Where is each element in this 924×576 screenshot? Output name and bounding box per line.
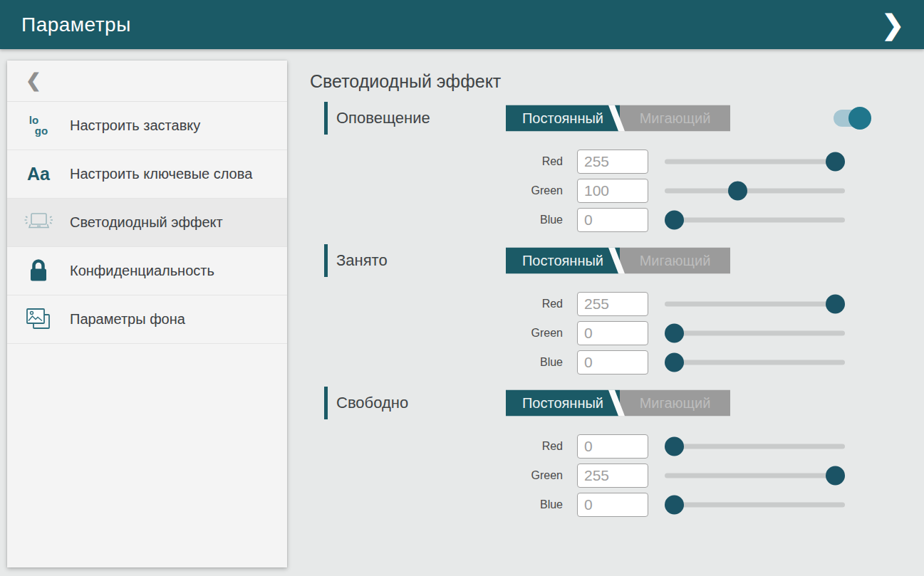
sidebar-item-label: Конфиденциальность [70,261,214,280]
tab-constant[interactable]: Постоянный [506,390,620,417]
channel-label: Red [310,155,563,168]
green-value-input[interactable] [577,464,648,488]
logo-icon: lo go [7,115,70,136]
settings-sidebar: ❮ lo go Настроить заставку Aa Настроить … [7,61,287,567]
section-busy: Занято Постоянный Мигающий Red Green [310,244,924,377]
tab-blinking[interactable]: Мигающий [620,248,730,274]
channel-row-red: Red [310,431,924,461]
mode-tabs: Постоянный Мигающий [506,105,730,132]
channel-row-green: Green [310,318,924,347]
slider-track [665,330,845,335]
slider-thumb[interactable] [826,152,845,171]
blue-value-input[interactable] [577,493,648,517]
channel-row-green: Green [310,176,924,205]
accent-bar [324,244,328,277]
slider-thumb[interactable] [728,181,747,200]
slider-track [665,444,845,449]
section-free: Свободно Постоянный Мигающий Red Green [310,387,924,519]
sidebar-item-keywords[interactable]: Aa Настроить ключевые слова [7,150,287,199]
tab-constant[interactable]: Постоянный [506,248,620,274]
sidebar-item-led-effect[interactable]: Светодиодный эффект [7,199,287,247]
slider-thumb[interactable] [665,352,684,372]
sidebar-item-label: Настроить заставку [70,116,200,135]
blue-slider[interactable] [665,495,845,514]
channel-row-green: Green [310,461,924,490]
sidebar-item-label: Светодиодный эффект [70,213,223,231]
tab-constant[interactable]: Постоянный [506,105,620,132]
page-title: Параметры [21,14,131,36]
sidebar-back-button[interactable]: ❮ [7,61,287,102]
accent-bar [324,102,328,135]
alert-enabled-toggle[interactable] [834,107,872,130]
accent-bar [324,387,328,419]
green-slider[interactable] [665,181,845,200]
red-slider[interactable] [665,152,845,171]
channel-label: Blue [310,356,563,369]
chevron-right-icon[interactable]: ❯ [877,9,908,41]
text-style-icon: Aa [7,164,70,184]
slider-track [665,188,845,193]
channel-label: Red [310,298,563,310]
section-title: Занято [336,251,388,270]
slider-thumb[interactable] [665,495,684,514]
channel-row-red: Red [310,289,924,318]
app-header: Параметры ❯ [0,0,924,49]
channel-row-blue: Blue [310,490,924,519]
red-slider[interactable] [665,294,845,313]
channel-row-red: Red [310,147,924,176]
led-effect-panel: Светодиодный эффект Оповещение Постоянны… [310,49,924,576]
slider-track [665,301,845,306]
slider-track [665,360,845,365]
mode-tabs: Постоянный Мигающий [506,390,730,417]
channel-label: Red [310,440,563,453]
slider-thumb[interactable] [826,294,845,313]
channel-label: Blue [310,214,563,226]
green-value-input[interactable] [577,321,648,345]
channel-label: Green [310,184,563,197]
chevron-left-icon: ❮ [26,70,41,92]
channel-label: Green [310,327,563,340]
sidebar-item-label: Настроить ключевые слова [70,164,252,183]
lock-icon [7,258,70,285]
blue-slider[interactable] [665,352,845,372]
red-value-input[interactable] [577,292,648,316]
slider-track [665,217,845,222]
channel-row-blue: Blue [310,205,924,234]
sidebar-item-background[interactable]: Параметры фона [7,295,287,344]
blue-slider[interactable] [665,210,845,229]
green-slider[interactable] [665,323,845,342]
sidebar-item-label: Параметры фона [70,310,185,328]
red-value-input[interactable] [577,434,648,459]
tab-blinking[interactable]: Мигающий [620,105,730,132]
sidebar-item-privacy[interactable]: Конфиденциальность [7,247,287,295]
toggle-thumb [848,107,871,130]
background-images-icon [7,307,70,332]
section-title: Оповещение [336,109,430,127]
red-slider[interactable] [665,436,845,456]
slider-track [665,473,845,478]
section-alert: Оповещение Постоянный Мигающий Red [310,102,924,234]
green-value-input[interactable] [577,179,648,203]
slider-thumb[interactable] [826,466,845,485]
slider-track [665,159,845,164]
mode-tabs: Постоянный Мигающий [506,248,730,274]
channel-row-blue: Blue [310,347,924,377]
slider-thumb[interactable] [665,323,684,342]
channel-label: Blue [310,498,563,511]
slider-thumb[interactable] [665,436,684,456]
led-display-icon [7,211,70,235]
sidebar-item-splash-screen[interactable]: lo go Настроить заставку [7,102,287,150]
section-heading: Светодиодный эффект [310,71,924,92]
blue-value-input[interactable] [577,350,648,375]
tab-blinking[interactable]: Мигающий [620,390,730,417]
slider-thumb[interactable] [665,210,684,229]
section-title: Свободно [336,394,408,412]
slider-track [665,502,845,507]
green-slider[interactable] [665,466,845,485]
blue-value-input[interactable] [577,208,648,232]
channel-label: Green [310,469,563,482]
red-value-input[interactable] [577,150,648,174]
